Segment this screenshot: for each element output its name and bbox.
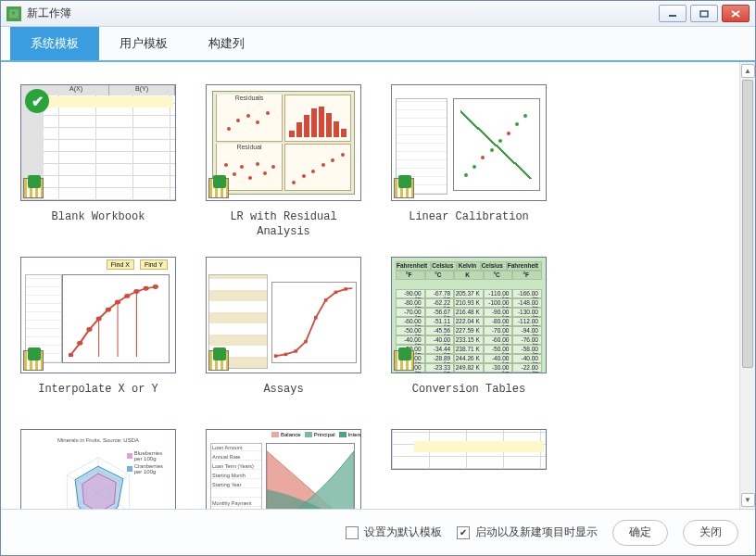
svg-point-13	[124, 294, 130, 298]
template-caption: Assays	[263, 383, 303, 412]
check-icon: ✔	[25, 89, 49, 113]
template-assays[interactable]: Assays	[205, 257, 362, 412]
checkbox-icon: ✔	[457, 526, 470, 539]
col-header: A(X)	[44, 85, 109, 95]
template-partial-1[interactable]	[390, 429, 548, 509]
template-blank-workbook[interactable]: A(X) B(Y) ✔ Blank Workbook	[19, 84, 177, 240]
worksheet-icon	[208, 178, 229, 198]
template-lr-residual[interactable]: Residuals	[205, 84, 362, 240]
svg-rect-22	[324, 298, 328, 301]
maximize-button[interactable]	[690, 5, 718, 22]
maximize-icon	[699, 10, 709, 18]
close-icon	[731, 10, 740, 18]
svg-rect-23	[334, 291, 338, 294]
template-caption: LR with Residual Analysis	[205, 210, 362, 240]
checkbox-label: 设置为默认模板	[364, 524, 442, 540]
template-caption: Linear Calibration	[409, 210, 529, 240]
template-radar[interactable]: Minerals in Fruits. Source: USDA	[19, 429, 177, 509]
template-linear-calibration[interactable]: Linear Calibration	[390, 84, 548, 240]
scroll-down-button[interactable]: ▼	[741, 493, 755, 507]
svg-rect-18	[284, 353, 288, 356]
tab-construct-column[interactable]: 构建列	[188, 27, 265, 60]
col-header: B(Y)	[109, 85, 175, 95]
vertical-scrollbar[interactable]: ▲ ▼	[739, 62, 755, 509]
worksheet-icon	[23, 178, 44, 198]
worksheet-icon	[394, 178, 414, 198]
checkbox-icon	[346, 526, 359, 539]
svg-point-14	[133, 289, 139, 294]
tabbar: 系统模板 用户模板 构建列	[1, 27, 755, 62]
svg-rect-21	[314, 316, 318, 319]
worksheet-icon	[23, 350, 44, 371]
scrollbar-track[interactable]	[740, 80, 755, 491]
checkbox-show-on-start[interactable]: ✔ 启动以及新建项目时显示	[457, 524, 598, 540]
template-interpolate[interactable]: Find X Find Y	[19, 257, 177, 412]
minimize-icon	[668, 10, 677, 18]
plot-title: Residual	[217, 144, 282, 150]
minimize-button[interactable]	[659, 5, 687, 22]
checkbox-label: 启动以及新建项目时显示	[475, 524, 598, 540]
interp-findy: Find Y	[140, 259, 168, 270]
svg-point-15	[144, 286, 149, 291]
scrollbar-thumb[interactable]	[742, 80, 753, 368]
content-area: A(X) B(Y) ✔ Blank Workbook Residuals	[1, 62, 755, 509]
svg-rect-20	[304, 340, 308, 343]
tab-system-templates[interactable]: 系统模板	[10, 27, 99, 60]
template-caption: Interpolate X or Y	[38, 383, 158, 412]
svg-point-12	[115, 300, 120, 305]
footer: 设置为默认模板 ✔ 启动以及新建项目时显示 确定 关闭	[1, 509, 755, 555]
template-gallery: A(X) B(Y) ✔ Blank Workbook Residuals	[1, 62, 739, 509]
template-caption: Conversion Tables	[412, 383, 525, 412]
titlebar: 新工作簿	[1, 1, 755, 27]
window-title: 新工作簿	[27, 6, 71, 21]
svg-point-11	[106, 308, 111, 312]
svg-point-8	[77, 341, 82, 346]
tab-user-templates[interactable]: 用户模板	[99, 27, 188, 60]
svg-point-10	[96, 317, 102, 322]
checkbox-set-default[interactable]: 设置为默认模板	[346, 524, 442, 540]
close-window-button[interactable]	[722, 5, 750, 22]
radar-title: Minerals in Fruits. Source: USDA	[21, 437, 175, 443]
template-conversion-tables[interactable]: Fahrenheit Celsius Kelvin Celsius Fahren…	[390, 257, 548, 412]
svg-rect-1	[700, 11, 708, 17]
svg-point-16	[153, 284, 158, 289]
plot-title: Residuals	[217, 95, 282, 101]
template-caption: Blank Workbook	[52, 210, 145, 240]
close-button[interactable]: 关闭	[683, 520, 738, 546]
svg-point-9	[86, 327, 92, 332]
svg-rect-24	[344, 287, 347, 290]
interp-findx: Find X	[107, 259, 134, 270]
app-icon	[6, 6, 21, 21]
svg-rect-19	[294, 349, 297, 352]
worksheet-icon	[208, 350, 229, 371]
ok-button[interactable]: 确定	[612, 520, 668, 546]
svg-rect-17	[274, 354, 278, 357]
scroll-up-button[interactable]: ▲	[741, 64, 755, 78]
worksheet-icon	[394, 350, 414, 371]
dialog-window: 新工作簿 系统模板 用户模板 构建列	[0, 0, 756, 556]
template-loan-calculator[interactable]: Balance Principal Interest Loan AmountAn…	[205, 429, 362, 509]
